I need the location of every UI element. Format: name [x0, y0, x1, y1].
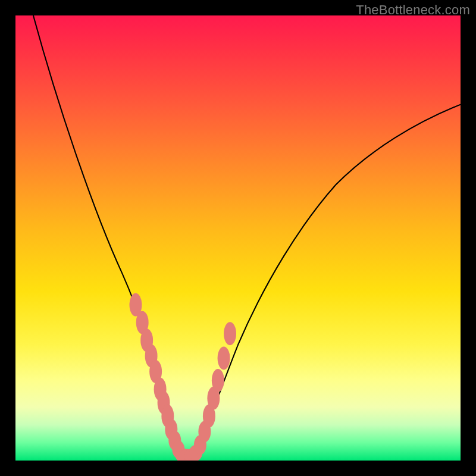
svg-point-21	[224, 322, 236, 345]
plot-area	[15, 15, 461, 461]
svg-point-20	[218, 347, 230, 370]
svg-point-19	[212, 369, 224, 392]
marker-group	[129, 293, 236, 461]
watermark-text: TheBottleneck.com	[356, 2, 470, 18]
curve-layer	[15, 15, 461, 461]
chart-frame: TheBottleneck.com	[0, 0, 476, 476]
bottleneck-curve	[33, 15, 461, 460]
